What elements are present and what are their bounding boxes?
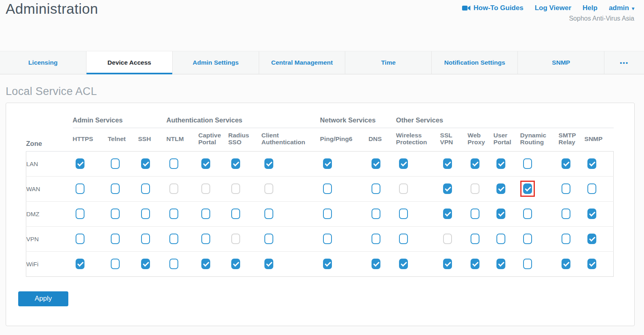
checkbox-wifi-user-portal[interactable] bbox=[496, 259, 505, 269]
cell-dmz-telnet bbox=[108, 201, 138, 226]
checkbox-wan-user-portal[interactable] bbox=[496, 183, 505, 194]
checkbox-lan-ping-ping6[interactable] bbox=[323, 158, 332, 169]
checkbox-wifi-telnet[interactable] bbox=[111, 259, 120, 269]
log-viewer-link[interactable]: Log Viewer bbox=[535, 4, 571, 12]
admin-menu[interactable]: admin ▾ bbox=[609, 4, 634, 12]
checkbox-dmz-ssl-vpn[interactable] bbox=[443, 209, 452, 219]
checkbox-dmz-dns[interactable] bbox=[372, 209, 380, 219]
checkbox-vpn-wireless-protection[interactable] bbox=[399, 234, 408, 244]
checkbox-lan-user-portal[interactable] bbox=[496, 158, 505, 169]
checkbox-wan-dns[interactable] bbox=[372, 183, 380, 194]
checkbox-lan-web-proxy[interactable] bbox=[471, 158, 479, 169]
checkbox-lan-dns[interactable] bbox=[372, 158, 380, 169]
help-link[interactable]: Help bbox=[583, 4, 598, 12]
checkbox-lan-telnet[interactable] bbox=[111, 158, 120, 169]
checkbox-dmz-telnet[interactable] bbox=[111, 209, 120, 219]
checkbox-vpn-user-portal[interactable] bbox=[496, 234, 505, 244]
checkbox-dmz-user-portal[interactable] bbox=[496, 209, 505, 219]
checkbox-lan-ssh[interactable] bbox=[141, 158, 150, 169]
checkbox-lan-client-authentication[interactable] bbox=[264, 158, 273, 169]
checkbox-wifi-dns[interactable] bbox=[372, 259, 380, 269]
checkbox-wifi-radius-sso[interactable] bbox=[231, 259, 240, 269]
tab-admin-settings[interactable]: Admin Settings bbox=[173, 51, 259, 74]
checkbox-vpn-web-proxy[interactable] bbox=[471, 234, 479, 244]
checkbox-dmz-snmp[interactable] bbox=[587, 209, 596, 219]
more-tabs-button[interactable]: ••• bbox=[604, 51, 644, 74]
checkbox-wifi-ssl-vpn[interactable] bbox=[443, 259, 452, 269]
checkbox-wifi-web-proxy[interactable] bbox=[471, 259, 479, 269]
checkbox-vpn-https[interactable] bbox=[76, 234, 84, 244]
checkbox-vpn-client-authentication[interactable] bbox=[264, 234, 273, 244]
checkbox-dmz-ssh[interactable] bbox=[141, 209, 150, 219]
checkbox-wan-snmp[interactable] bbox=[587, 183, 596, 194]
checkbox-wan-smtp-relay[interactable] bbox=[562, 183, 570, 194]
checkbox-dmz-https[interactable] bbox=[76, 209, 84, 219]
checkbox-vpn-snmp[interactable] bbox=[587, 234, 596, 244]
checkbox-wifi-captive-portal[interactable] bbox=[201, 259, 210, 269]
checkbox-lan-ssl-vpn[interactable] bbox=[443, 158, 452, 169]
checkbox-dmz-dynamic-routing[interactable] bbox=[523, 209, 532, 219]
checkbox-vpn-dynamic-routing[interactable] bbox=[523, 234, 532, 244]
column-header-client-authentication: Client Authentication bbox=[262, 128, 320, 152]
checkbox-wrap bbox=[228, 156, 243, 172]
cell-wifi-snmp bbox=[585, 251, 614, 276]
checkbox-wifi-https[interactable] bbox=[76, 259, 84, 269]
checkbox-wrap bbox=[585, 181, 599, 197]
checkbox-wan-https[interactable] bbox=[76, 183, 84, 194]
cell-vpn-client-authentication bbox=[262, 226, 320, 251]
checkbox-dmz-ntlm[interactable] bbox=[169, 209, 178, 219]
checkbox-dmz-captive-portal[interactable] bbox=[201, 209, 210, 219]
tab-time[interactable]: Time bbox=[345, 51, 432, 74]
checkbox-wifi-ping-ping6[interactable] bbox=[323, 259, 332, 269]
group-header-authentication-services: Authentication Services bbox=[167, 116, 320, 128]
checkbox-wan-telnet[interactable] bbox=[111, 183, 120, 194]
checkbox-wan-ssh[interactable] bbox=[141, 183, 150, 194]
tab-licensing[interactable]: Licensing bbox=[0, 51, 87, 74]
checkbox-dmz-radius-sso[interactable] bbox=[231, 209, 240, 219]
checkbox-lan-smtp-relay[interactable] bbox=[562, 158, 570, 169]
checkbox-wifi-snmp[interactable] bbox=[587, 259, 596, 269]
checkbox-wifi-ntlm[interactable] bbox=[169, 259, 178, 269]
checkbox-lan-https[interactable] bbox=[76, 158, 84, 169]
checkbox-lan-radius-sso[interactable] bbox=[231, 158, 240, 169]
checkbox-wrap bbox=[320, 156, 335, 172]
checkbox-wan-ping-ping6[interactable] bbox=[323, 183, 332, 194]
cell-wan-ntlm bbox=[167, 176, 198, 201]
checkbox-dmz-wireless-protection[interactable] bbox=[399, 209, 408, 219]
checkbox-vpn-radius-sso bbox=[231, 234, 240, 244]
checkbox-vpn-ping-ping6[interactable] bbox=[323, 234, 332, 244]
checkbox-lan-captive-portal[interactable] bbox=[201, 158, 210, 169]
checkbox-lan-wireless-protection[interactable] bbox=[399, 158, 408, 169]
apply-button[interactable]: Apply bbox=[18, 291, 68, 306]
tab-notification-settings[interactable]: Notification Settings bbox=[432, 51, 518, 74]
checkbox-wrap bbox=[396, 156, 411, 172]
checkbox-dmz-client-authentication[interactable] bbox=[264, 209, 273, 219]
checkbox-wifi-wireless-protection[interactable] bbox=[399, 259, 408, 269]
how-to-guides-link[interactable]: How-To Guides bbox=[462, 4, 523, 12]
checkbox-vpn-telnet[interactable] bbox=[111, 234, 120, 244]
checkbox-dmz-web-proxy[interactable] bbox=[471, 209, 479, 219]
checkbox-wifi-dynamic-routing[interactable] bbox=[523, 259, 532, 269]
checkbox-vpn-ntlm[interactable] bbox=[169, 234, 178, 244]
checkbox-wrap bbox=[369, 256, 383, 272]
tab-snmp[interactable]: SNMP bbox=[518, 51, 604, 74]
checkbox-wifi-smtp-relay[interactable] bbox=[562, 259, 570, 269]
checkbox-dmz-ping-ping6[interactable] bbox=[323, 209, 332, 219]
checkbox-wan-ssl-vpn[interactable] bbox=[443, 183, 452, 194]
cell-dmz-ssh bbox=[138, 201, 167, 226]
checkbox-vpn-ssh[interactable] bbox=[141, 234, 150, 244]
checkbox-wifi-client-authentication[interactable] bbox=[264, 259, 273, 269]
cell-wifi-user-portal bbox=[494, 251, 520, 276]
checkbox-wan-dynamic-routing[interactable] bbox=[523, 183, 532, 194]
checkbox-vpn-dns[interactable] bbox=[372, 234, 380, 244]
checkbox-vpn-smtp-relay[interactable] bbox=[562, 234, 570, 244]
cell-wifi-https bbox=[73, 251, 108, 276]
checkbox-dmz-smtp-relay[interactable] bbox=[562, 209, 570, 219]
checkbox-lan-ntlm[interactable] bbox=[169, 158, 178, 169]
checkbox-lan-snmp[interactable] bbox=[587, 158, 596, 169]
checkbox-lan-dynamic-routing[interactable] bbox=[523, 158, 532, 169]
checkbox-wifi-ssh[interactable] bbox=[141, 259, 150, 269]
tab-device-access[interactable]: Device Access bbox=[87, 51, 173, 74]
tab-central-management[interactable]: Central Management bbox=[259, 51, 346, 74]
checkbox-vpn-captive-portal[interactable] bbox=[201, 234, 210, 244]
